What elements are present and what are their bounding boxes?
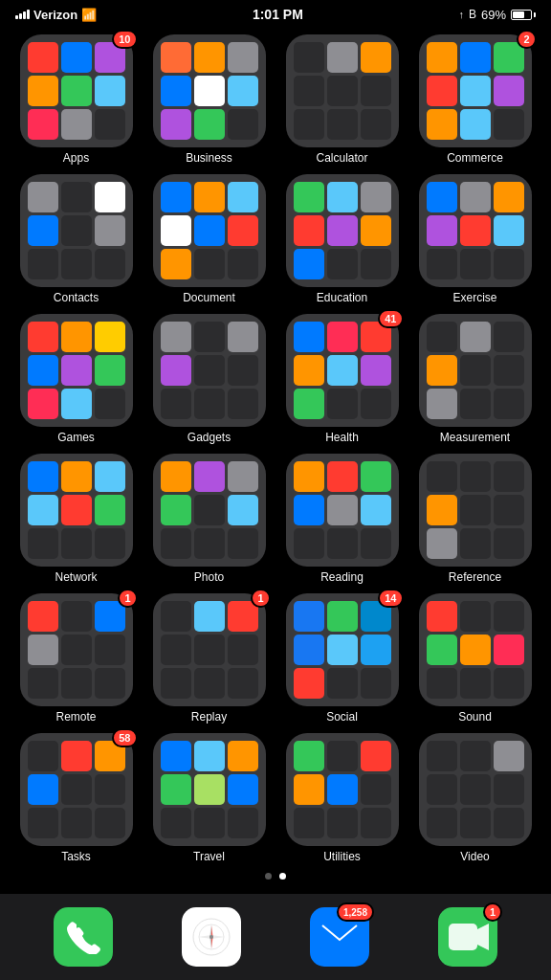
mini-app-icon — [194, 109, 225, 140]
mini-app-icon — [194, 461, 225, 492]
folder-icon-social: 14 — [286, 593, 399, 706]
badge-commerce: 2 — [517, 30, 536, 49]
mini-app-icon — [161, 249, 191, 279]
folder-label-gadgets: Gadgets — [187, 431, 231, 444]
mini-app-icon — [28, 249, 58, 279]
folder-label-apps: Apps — [63, 151, 89, 165]
folder-icon-contacts — [20, 174, 133, 287]
mini-app-icon — [294, 461, 324, 492]
folder-health[interactable]: 41Health — [279, 314, 405, 444]
folder-reading[interactable]: Reading — [279, 454, 405, 584]
mini-app-icon — [361, 249, 391, 279]
folder-replay[interactable]: 1Replay — [146, 593, 272, 724]
folder-social[interactable]: 14Social — [279, 593, 405, 724]
folder-education[interactable]: Education — [279, 174, 405, 304]
mini-app-icon — [361, 774, 391, 805]
folder-apps[interactable]: 10Apps — [13, 34, 139, 165]
folder-remote[interactable]: 1Remote — [13, 593, 139, 724]
page-dot-2[interactable] — [279, 873, 286, 880]
mini-app-icon — [228, 528, 258, 559]
mini-app-icon — [61, 76, 92, 106]
mini-app-icon — [194, 601, 225, 632]
mini-app-icon — [460, 76, 491, 106]
mini-app-icon — [460, 215, 491, 246]
mini-app-icon — [327, 668, 358, 699]
folder-commerce[interactable]: 2Commerce — [412, 34, 538, 165]
mini-app-icon — [194, 635, 225, 665]
mini-app-icon — [228, 495, 258, 525]
mini-app-icon — [427, 109, 457, 140]
folder-icon-photo — [153, 454, 266, 567]
folder-measurement[interactable]: Measurement — [412, 314, 538, 444]
mini-app-icon — [95, 215, 125, 246]
folder-utilities[interactable]: Utilities — [279, 733, 405, 863]
folder-icon-apps: 10 — [20, 34, 133, 147]
dock-item-safari[interactable] — [182, 907, 241, 967]
mini-app-icon — [327, 528, 358, 559]
folder-label-tasks: Tasks — [61, 850, 91, 863]
location-icon: ↑ — [458, 9, 464, 20]
folder-icon-video — [419, 733, 532, 846]
mini-app-icon — [294, 495, 324, 525]
mini-app-icon — [228, 635, 258, 665]
mini-app-icon — [427, 461, 457, 492]
mini-app-icon — [194, 495, 225, 525]
mini-app-icon — [95, 461, 125, 492]
mini-app-icon — [161, 635, 191, 665]
mini-app-icon — [294, 109, 324, 140]
folder-business[interactable]: Business — [146, 34, 272, 165]
folder-video[interactable]: Video — [412, 733, 538, 863]
folder-document[interactable]: Document — [146, 174, 272, 304]
folder-label-travel: Travel — [193, 850, 225, 863]
mini-app-icon — [294, 741, 324, 771]
badge-health: 41 — [378, 309, 403, 328]
mini-app-icon — [294, 42, 324, 73]
signal-bars — [15, 10, 30, 19]
folder-sound[interactable]: Sound — [412, 593, 538, 724]
mini-app-icon — [494, 42, 524, 73]
mini-app-icon — [327, 461, 358, 492]
mini-app-icon — [61, 182, 92, 212]
status-left: Verizon 📶 — [15, 8, 97, 22]
folder-icon-remote: 1 — [20, 593, 133, 706]
folder-reference[interactable]: Reference — [412, 454, 538, 584]
mini-app-icon — [194, 741, 225, 771]
folder-icon-replay: 1 — [153, 593, 266, 706]
folder-travel[interactable]: Travel — [146, 733, 272, 863]
folder-label-remote: Remote — [55, 710, 96, 724]
folder-exercise[interactable]: Exercise — [412, 174, 538, 304]
mini-app-icon — [460, 322, 491, 352]
battery-indicator — [511, 10, 536, 20]
folder-games[interactable]: Games — [13, 314, 139, 444]
folder-gadgets[interactable]: Gadgets — [146, 314, 272, 444]
folder-label-calculator: Calculator — [316, 151, 367, 165]
mini-app-icon — [460, 808, 491, 838]
mini-app-icon — [327, 109, 358, 140]
mini-app-icon — [28, 495, 58, 525]
mini-app-icon — [494, 668, 524, 699]
folder-label-video: Video — [460, 850, 489, 863]
folder-photo[interactable]: Photo — [146, 454, 272, 584]
mini-app-icon — [161, 109, 191, 140]
mini-app-icon — [294, 355, 324, 386]
folder-tasks[interactable]: 58Tasks — [13, 733, 139, 863]
folder-icon-games — [20, 314, 133, 427]
mini-app-icon — [427, 215, 457, 246]
folder-network[interactable]: Network — [13, 454, 139, 584]
mini-app-icon — [61, 461, 92, 492]
folder-icon-reference — [419, 454, 532, 567]
mini-app-icon — [460, 668, 491, 699]
mini-app-icon — [95, 109, 125, 140]
dock-item-facetime[interactable]: 1 — [438, 907, 497, 967]
mini-app-icon — [361, 389, 391, 419]
folder-calculator[interactable]: Calculator — [279, 34, 405, 165]
page-dot-1[interactable] — [265, 873, 272, 880]
dock-item-mail[interactable]: 1,258 — [310, 907, 369, 967]
dock-item-phone[interactable] — [54, 907, 113, 967]
folder-contacts[interactable]: Contacts — [13, 174, 139, 304]
app-grid: 10AppsBusinessCalculator2CommerceContact… — [10, 34, 541, 863]
mini-app-icon — [61, 774, 92, 805]
folder-label-replay: Replay — [191, 710, 227, 724]
mini-app-icon — [327, 42, 358, 73]
mini-app-icon — [427, 495, 457, 525]
